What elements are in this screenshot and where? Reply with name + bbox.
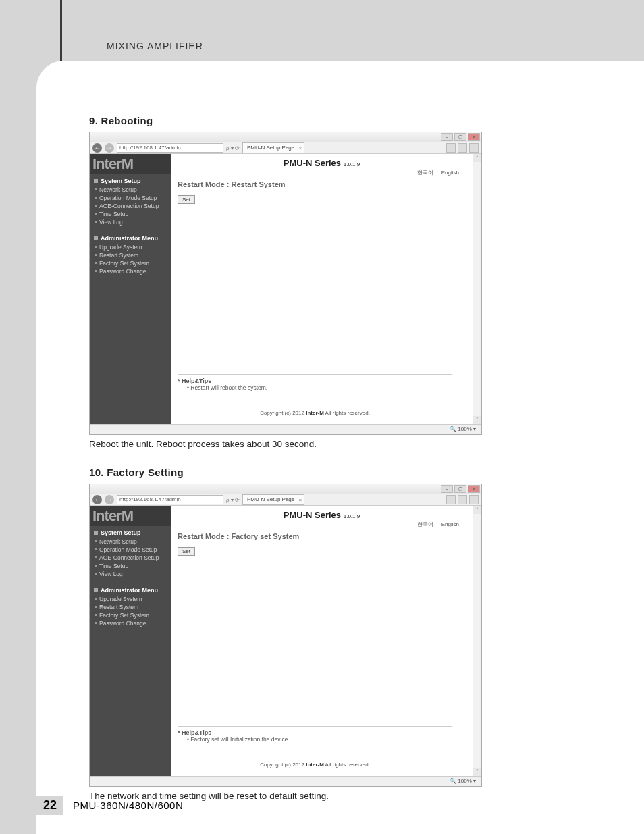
sidebar-heading-system[interactable]: System Setup: [90, 174, 171, 186]
main-content: PMU-N Series 1.0.1.9 한국어 English Restart…: [171, 506, 473, 776]
home-icon[interactable]: [446, 495, 456, 504]
sidebar-item-password[interactable]: Password Change: [90, 267, 171, 276]
scroll-down-icon[interactable]: ˅: [473, 768, 481, 776]
favorites-icon[interactable]: [458, 495, 467, 504]
lang-korean[interactable]: 한국어: [417, 521, 433, 527]
tab-title: PMU-N Setup Page: [247, 145, 294, 151]
sidebar-heading-admin[interactable]: Administrator Menu: [90, 583, 171, 595]
vertical-scrollbar[interactable]: ˄ ˅: [473, 506, 481, 776]
favorites-icon[interactable]: [458, 143, 467, 153]
zoom-dropdown-icon[interactable]: ▾: [472, 426, 476, 432]
url-field[interactable]: http://192.168.1.47/admin: [117, 495, 223, 504]
lang-english[interactable]: English: [441, 170, 459, 176]
set-button[interactable]: Set: [178, 195, 195, 204]
zoom-icon[interactable]: 🔍: [450, 426, 458, 432]
lang-korean[interactable]: 한국어: [417, 170, 433, 176]
forward-button[interactable]: →: [105, 495, 114, 504]
home-icon[interactable]: [446, 143, 456, 153]
window-minimize-button[interactable]: –: [441, 485, 453, 493]
page-title-text: PMU-N Series: [284, 510, 341, 520]
copyright-pre: Copyright (c) 2012: [260, 410, 306, 416]
browser-tab[interactable]: PMU-N Setup Page ×: [242, 142, 304, 153]
restart-mode-heading: Restart Mode : Restart System: [171, 180, 473, 195]
sidebar-item-time[interactable]: Time Setup: [90, 210, 171, 218]
sidebar-item-aoe[interactable]: AOE-Connection Setup: [90, 202, 171, 210]
copyright-post: All rights reserved.: [324, 762, 370, 768]
caption-rebooting: Reboot the unit. Reboot process takes ab…: [89, 439, 617, 449]
tools-icon[interactable]: [469, 143, 479, 153]
sidebar-item-time[interactable]: Time Setup: [90, 562, 171, 570]
zoom-level[interactable]: 100%: [458, 426, 471, 432]
forward-button[interactable]: →: [105, 143, 114, 153]
window-titlebar: – ▢ ×: [90, 484, 481, 494]
zoom-icon[interactable]: 🔍: [450, 778, 458, 784]
brand-logo: InterM: [90, 506, 171, 526]
sidebar-item-upgrade[interactable]: Upgrade System: [90, 243, 171, 251]
back-button[interactable]: ←: [92, 143, 102, 153]
sidebar-item-viewlog[interactable]: View Log: [90, 218, 171, 226]
sidebar-heading-admin[interactable]: Administrator Menu: [90, 232, 171, 243]
zoom-dropdown-icon[interactable]: ▾: [472, 778, 476, 784]
page-title: PMU-N Series 1.0.1.9: [171, 154, 473, 169]
help-section: * Help&Tips Restart will reboot the syst…: [178, 371, 452, 397]
sidebar-item-viewlog[interactable]: View Log: [90, 570, 171, 578]
window-maximize-button[interactable]: ▢: [454, 485, 466, 493]
sidebar: InterM System Setup Network Setup Operat…: [90, 506, 171, 776]
browser-address-bar: ← → http://192.168.1.47/admin ρ ▾ ⟳ PMU-…: [90, 142, 481, 154]
vertical-scrollbar[interactable]: ˄ ˅: [473, 154, 481, 424]
version-text: 1.0.1.9: [344, 513, 360, 519]
sidebar-item-restart[interactable]: Restart System: [90, 251, 171, 259]
copyright-brand: Inter-M: [306, 410, 324, 416]
sidebar-item-upgrade[interactable]: Upgrade System: [90, 595, 171, 603]
sidebar-item-aoe[interactable]: AOE-Connection Setup: [90, 554, 171, 562]
restart-mode-heading: Restart Mode : Factory set System: [171, 532, 473, 547]
browser-tool-icons: [446, 495, 479, 504]
search-dropdown-icon[interactable]: ρ ▾ ⟳: [226, 497, 240, 503]
copyright: Copyright (c) 2012 Inter-M All rights re…: [171, 410, 459, 416]
search-dropdown-icon[interactable]: ρ ▾ ⟳: [226, 145, 240, 151]
window-minimize-button[interactable]: –: [441, 133, 453, 141]
help-item: Factory set will Initialization the devi…: [178, 736, 452, 743]
page-footer: 22 PMU-360N/480N/600N: [36, 796, 183, 815]
sidebar-item-factory[interactable]: Factory Set System: [90, 611, 171, 619]
help-title: * Help&Tips: [178, 729, 452, 736]
sidebar-heading-system[interactable]: System Setup: [90, 526, 171, 538]
window-close-button[interactable]: ×: [468, 133, 480, 141]
copyright-pre: Copyright (c) 2012: [260, 762, 306, 768]
window-maximize-button[interactable]: ▢: [454, 133, 466, 141]
tab-close-icon[interactable]: ×: [299, 144, 302, 153]
sidebar-item-restart[interactable]: Restart System: [90, 603, 171, 611]
zoom-level[interactable]: 100%: [458, 778, 471, 784]
back-button[interactable]: ←: [92, 495, 102, 504]
browser-window-factory: – ▢ × ← → http://192.168.1.47/admin ρ ▾ …: [89, 484, 482, 787]
sidebar-item-network[interactable]: Network Setup: [90, 186, 171, 194]
language-switch: 한국어 English: [171, 169, 473, 180]
tab-title: PMU-N Setup Page: [247, 496, 294, 502]
scroll-up-icon[interactable]: ˄: [473, 154, 481, 162]
browser-window-rebooting: – ▢ × ← → http://192.168.1.47/admin ρ ▾ …: [89, 132, 482, 435]
tools-icon[interactable]: [469, 495, 479, 504]
url-field[interactable]: http://192.168.1.47/admin: [117, 143, 223, 153]
sidebar-item-network[interactable]: Network Setup: [90, 538, 171, 546]
window-close-button[interactable]: ×: [468, 485, 480, 493]
browser-tab[interactable]: PMU-N Setup Page ×: [242, 494, 304, 505]
sidebar-item-operation[interactable]: Operation Mode Setup: [90, 194, 171, 202]
help-title: * Help&Tips: [178, 377, 452, 384]
sidebar-item-password[interactable]: Password Change: [90, 619, 171, 627]
model-name: PMU-360N/480N/600N: [73, 800, 183, 811]
lang-english[interactable]: English: [441, 521, 459, 527]
running-head: MIXING AMPLIFIER: [107, 41, 203, 51]
sidebar-item-factory[interactable]: Factory Set System: [90, 259, 171, 267]
sidebar: InterM System Setup Network Setup Operat…: [90, 154, 171, 424]
tab-close-icon[interactable]: ×: [299, 496, 302, 505]
scroll-down-icon[interactable]: ˅: [473, 416, 481, 424]
sidebar-item-operation[interactable]: Operation Mode Setup: [90, 546, 171, 554]
page-title: PMU-N Series 1.0.1.9: [171, 506, 473, 521]
page-number: 22: [36, 796, 63, 815]
copyright-post: All rights reserved.: [324, 410, 370, 416]
document-page: MIXING AMPLIFIER 9. Rebooting – ▢ × ← → …: [36, 61, 644, 834]
set-button[interactable]: Set: [178, 547, 195, 556]
top-margin-rule: [60, 0, 62, 61]
help-item: Restart will reboot the system.: [178, 384, 452, 391]
scroll-up-icon[interactable]: ˄: [473, 506, 481, 514]
